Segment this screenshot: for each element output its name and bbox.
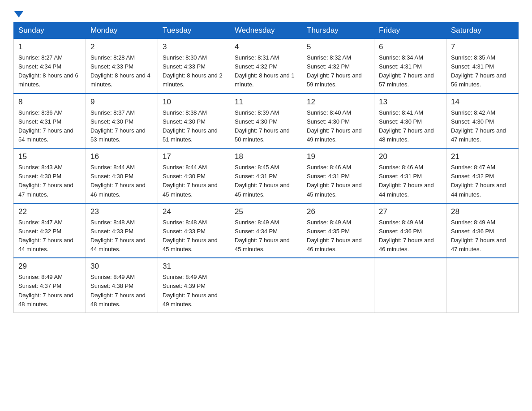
header-sunday: Sunday (14, 22, 86, 39)
calendar-cell: 24 Sunrise: 8:48 AMSunset: 4:33 PMDaylig… (158, 203, 230, 258)
day-info: Sunrise: 8:39 AMSunset: 4:30 PMDaylight:… (235, 109, 290, 143)
calendar-cell: 23 Sunrise: 8:48 AMSunset: 4:33 PMDaylig… (86, 203, 158, 258)
day-number: 11 (235, 98, 297, 107)
header-monday: Monday (86, 22, 158, 39)
day-info: Sunrise: 8:40 AMSunset: 4:30 PMDaylight:… (307, 109, 362, 143)
day-info: Sunrise: 8:31 AMSunset: 4:32 PMDaylight:… (235, 54, 295, 88)
calendar-cell: 6 Sunrise: 8:34 AMSunset: 4:31 PMDayligh… (374, 39, 446, 94)
calendar-week-3: 15 Sunrise: 8:43 AMSunset: 4:30 PMDaylig… (14, 148, 519, 203)
calendar-cell: 22 Sunrise: 8:47 AMSunset: 4:32 PMDaylig… (14, 203, 86, 258)
day-number: 15 (18, 152, 81, 161)
calendar-cell: 29 Sunrise: 8:49 AMSunset: 4:37 PMDaylig… (14, 258, 86, 313)
calendar-cell (374, 258, 446, 313)
calendar-cell: 12 Sunrise: 8:40 AMSunset: 4:30 PMDaylig… (302, 94, 374, 149)
page: SundayMondayTuesdayWednesdayThursdayFrid… (0, 0, 532, 326)
day-number: 20 (379, 152, 442, 161)
day-number: 25 (235, 207, 297, 216)
calendar-cell: 19 Sunrise: 8:46 AMSunset: 4:31 PMDaylig… (302, 148, 374, 203)
day-info: Sunrise: 8:43 AMSunset: 4:30 PMDaylight:… (18, 164, 73, 197)
calendar-cell: 3 Sunrise: 8:30 AMSunset: 4:33 PMDayligh… (158, 39, 230, 94)
day-info: Sunrise: 8:48 AMSunset: 4:33 PMDaylight:… (90, 219, 146, 253)
day-number: 18 (235, 152, 297, 161)
calendar-cell: 16 Sunrise: 8:44 AMSunset: 4:30 PMDaylig… (86, 148, 158, 203)
day-number: 1 (18, 43, 81, 51)
calendar-cell: 11 Sunrise: 8:39 AMSunset: 4:30 PMDaylig… (230, 94, 302, 149)
day-info: Sunrise: 8:47 AMSunset: 4:32 PMDaylight:… (18, 219, 73, 253)
day-number: 9 (90, 98, 153, 107)
header-thursday: Thursday (302, 22, 374, 39)
calendar-cell (230, 258, 302, 313)
calendar-cell: 7 Sunrise: 8:35 AMSunset: 4:31 PMDayligh… (446, 39, 519, 94)
day-number: 6 (379, 43, 442, 51)
day-info: Sunrise: 8:49 AMSunset: 4:36 PMDaylight:… (451, 219, 506, 253)
calendar-table: SundayMondayTuesdayWednesdayThursdayFrid… (13, 22, 519, 313)
calendar-cell: 25 Sunrise: 8:49 AMSunset: 4:34 PMDaylig… (230, 203, 302, 258)
calendar-cell: 2 Sunrise: 8:28 AMSunset: 4:33 PMDayligh… (86, 39, 158, 94)
day-number: 2 (90, 43, 153, 51)
day-number: 13 (379, 98, 442, 107)
calendar-cell: 1 Sunrise: 8:27 AMSunset: 4:34 PMDayligh… (14, 39, 86, 94)
logo-triangle-icon (14, 11, 23, 17)
calendar-cell: 15 Sunrise: 8:43 AMSunset: 4:30 PMDaylig… (14, 148, 86, 203)
calendar-cell: 9 Sunrise: 8:37 AMSunset: 4:30 PMDayligh… (86, 94, 158, 149)
day-info: Sunrise: 8:34 AMSunset: 4:31 PMDaylight:… (379, 54, 434, 88)
day-info: Sunrise: 8:37 AMSunset: 4:30 PMDaylight:… (90, 109, 146, 143)
calendar-cell: 26 Sunrise: 8:49 AMSunset: 4:35 PMDaylig… (302, 203, 374, 258)
day-info: Sunrise: 8:28 AMSunset: 4:33 PMDaylight:… (90, 54, 150, 88)
day-number: 16 (90, 152, 153, 161)
day-number: 29 (18, 262, 81, 271)
day-number: 4 (235, 43, 297, 51)
day-number: 23 (90, 207, 153, 216)
day-info: Sunrise: 8:38 AMSunset: 4:30 PMDaylight:… (163, 109, 218, 143)
day-number: 30 (90, 262, 153, 271)
calendar-cell: 20 Sunrise: 8:46 AMSunset: 4:31 PMDaylig… (374, 148, 446, 203)
calendar-week-5: 29 Sunrise: 8:49 AMSunset: 4:37 PMDaylig… (14, 258, 519, 313)
day-info: Sunrise: 8:27 AMSunset: 4:34 PMDaylight:… (18, 54, 78, 88)
day-info: Sunrise: 8:45 AMSunset: 4:31 PMDaylight:… (235, 164, 290, 197)
day-number: 31 (163, 262, 225, 271)
day-info: Sunrise: 8:36 AMSunset: 4:31 PMDaylight:… (18, 109, 73, 143)
day-info: Sunrise: 8:44 AMSunset: 4:30 PMDaylight:… (90, 164, 146, 197)
calendar-week-4: 22 Sunrise: 8:47 AMSunset: 4:32 PMDaylig… (14, 203, 519, 258)
header-wednesday: Wednesday (230, 22, 302, 39)
day-number: 14 (451, 98, 514, 107)
calendar-cell: 4 Sunrise: 8:31 AMSunset: 4:32 PMDayligh… (230, 39, 302, 94)
day-number: 26 (307, 207, 369, 216)
day-number: 5 (307, 43, 369, 51)
header-row (13, 9, 519, 17)
day-info: Sunrise: 8:46 AMSunset: 4:31 PMDaylight:… (379, 164, 434, 197)
day-number: 19 (307, 152, 369, 161)
day-info: Sunrise: 8:47 AMSunset: 4:32 PMDaylight:… (451, 164, 506, 197)
day-number: 22 (18, 207, 81, 216)
day-number: 3 (163, 43, 225, 51)
day-number: 17 (163, 152, 225, 161)
calendar-cell: 18 Sunrise: 8:45 AMSunset: 4:31 PMDaylig… (230, 148, 302, 203)
day-number: 7 (451, 43, 514, 51)
day-info: Sunrise: 8:30 AMSunset: 4:33 PMDaylight:… (163, 54, 223, 88)
day-info: Sunrise: 8:49 AMSunset: 4:38 PMDaylight:… (90, 274, 146, 307)
day-info: Sunrise: 8:42 AMSunset: 4:30 PMDaylight:… (451, 109, 506, 143)
calendar-cell: 13 Sunrise: 8:41 AMSunset: 4:30 PMDaylig… (374, 94, 446, 149)
day-info: Sunrise: 8:49 AMSunset: 4:36 PMDaylight:… (379, 219, 434, 253)
day-info: Sunrise: 8:49 AMSunset: 4:34 PMDaylight:… (235, 219, 290, 253)
header-row-days: SundayMondayTuesdayWednesdayThursdayFrid… (14, 22, 519, 39)
calendar-cell: 28 Sunrise: 8:49 AMSunset: 4:36 PMDaylig… (446, 203, 519, 258)
header-friday: Friday (374, 22, 446, 39)
calendar-week-2: 8 Sunrise: 8:36 AMSunset: 4:31 PMDayligh… (14, 94, 519, 149)
day-number: 10 (163, 98, 225, 107)
calendar-week-1: 1 Sunrise: 8:27 AMSunset: 4:34 PMDayligh… (14, 39, 519, 94)
header-saturday: Saturday (446, 22, 519, 39)
day-number: 12 (307, 98, 369, 107)
day-info: Sunrise: 8:49 AMSunset: 4:39 PMDaylight:… (163, 274, 218, 307)
calendar-cell: 17 Sunrise: 8:44 AMSunset: 4:30 PMDaylig… (158, 148, 230, 203)
calendar-cell: 5 Sunrise: 8:32 AMSunset: 4:32 PMDayligh… (302, 39, 374, 94)
day-info: Sunrise: 8:46 AMSunset: 4:31 PMDaylight:… (307, 164, 362, 197)
day-info: Sunrise: 8:49 AMSunset: 4:37 PMDaylight:… (18, 274, 73, 307)
calendar-cell: 30 Sunrise: 8:49 AMSunset: 4:38 PMDaylig… (86, 258, 158, 313)
logo (13, 11, 23, 17)
day-number: 28 (451, 207, 514, 216)
day-number: 24 (163, 207, 225, 216)
day-info: Sunrise: 8:48 AMSunset: 4:33 PMDaylight:… (163, 219, 218, 253)
day-info: Sunrise: 8:35 AMSunset: 4:31 PMDaylight:… (451, 54, 506, 88)
day-number: 21 (451, 152, 514, 161)
